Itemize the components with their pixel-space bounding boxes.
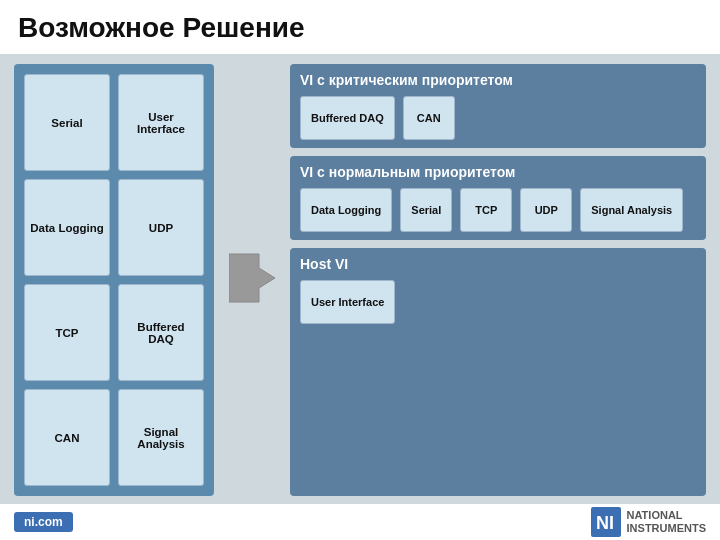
vi-box-signal-analysis: Signal Analysis bbox=[118, 389, 204, 486]
critical-section: VI с критическим приоритетом Buffered DA… bbox=[290, 64, 706, 148]
vi-box-serial: Serial bbox=[24, 74, 110, 171]
ni-logo-text: NATIONAL INSTRUMENTS bbox=[627, 509, 706, 535]
vi-box-tcp: TCP bbox=[24, 284, 110, 381]
svg-marker-0 bbox=[229, 254, 275, 302]
ni-url-badge: ni.com bbox=[14, 512, 73, 532]
top-bar: Возможное Решение bbox=[0, 0, 720, 54]
critical-boxes: Buffered DAQ CAN bbox=[300, 96, 696, 140]
bottom-bar: ni.com NI NATIONAL INSTRUMENTS bbox=[0, 504, 720, 540]
vi-box-udp: UDP bbox=[118, 179, 204, 276]
critical-title: VI с критическим приоритетом bbox=[300, 72, 696, 88]
priority-box-can: CAN bbox=[403, 96, 455, 140]
priority-box-user-interface: User Interface bbox=[300, 280, 395, 324]
ni-logo-icon: NI bbox=[591, 507, 621, 537]
main-container: Возможное Решение Serial User Interface … bbox=[0, 0, 720, 540]
priority-box-data-logging: Data Logging bbox=[300, 188, 392, 232]
vi-box-can: CAN bbox=[24, 389, 110, 486]
normal-section: VI с нормальным приоритетом Data Logging… bbox=[290, 156, 706, 240]
host-title: Host VI bbox=[300, 256, 696, 272]
ni-logo: NI NATIONAL INSTRUMENTS bbox=[591, 507, 706, 537]
vi-box-buffered-daq: Buffered DAQ bbox=[118, 284, 204, 381]
host-boxes: User Interface bbox=[300, 280, 696, 324]
priority-box-buffered-daq: Buffered DAQ bbox=[300, 96, 395, 140]
priority-box-udp: UDP bbox=[520, 188, 572, 232]
right-panel: VI с критическим приоритетом Buffered DA… bbox=[290, 64, 706, 496]
left-panel: Serial User Interface Data Logging UDP T… bbox=[14, 64, 214, 496]
content-area: Serial User Interface Data Logging UDP T… bbox=[0, 54, 720, 504]
svg-text:NI: NI bbox=[596, 513, 614, 533]
vi-box-data-logging: Data Logging bbox=[24, 179, 110, 276]
priority-box-tcp: TCP bbox=[460, 188, 512, 232]
vi-box-user-interface: User Interface bbox=[118, 74, 204, 171]
priority-box-signal-analysis: Signal Analysis bbox=[580, 188, 683, 232]
arrow-icon bbox=[229, 250, 275, 306]
arrow-container bbox=[228, 64, 276, 496]
normal-title: VI с нормальным приоритетом bbox=[300, 164, 696, 180]
normal-boxes: Data Logging Serial TCP UDP Signal Analy… bbox=[300, 188, 696, 232]
priority-box-serial: Serial bbox=[400, 188, 452, 232]
host-section: Host VI User Interface bbox=[290, 248, 706, 496]
page-title: Возможное Решение bbox=[18, 12, 305, 44]
